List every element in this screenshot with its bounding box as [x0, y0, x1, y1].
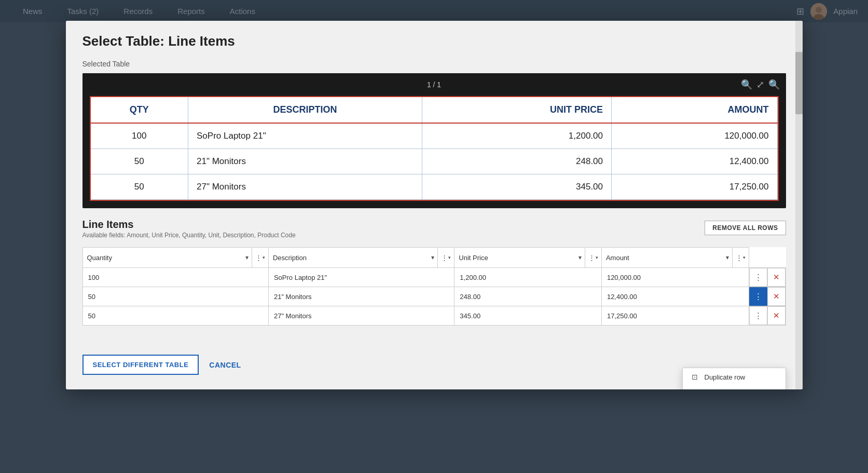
modal-header: Select Table: Line Items [66, 21, 803, 58]
input-amount-3[interactable] [602, 306, 749, 325]
modal-body: Selected Table 1 / 1 🔍 ⤢ 🔍 QTY [66, 58, 803, 346]
dots-icon: ⋮ [588, 254, 595, 262]
row-actions-3: ⋮ ✕ [749, 306, 786, 326]
cell-qty-3 [82, 306, 268, 326]
input-unitprice-3[interactable] [454, 306, 601, 325]
row-delete-btn-3[interactable]: ✕ [767, 306, 786, 325]
table-row: ⋮ ✕ [82, 287, 786, 306]
dots-icon: ⋮ [255, 254, 262, 262]
preview-controls: 🔍 ⤢ 🔍 [741, 79, 780, 90]
cell-qty-1 [82, 268, 268, 287]
input-qty-2[interactable] [83, 287, 268, 306]
row-delete-btn-2[interactable]: ✕ [767, 287, 786, 306]
fields-table: Quantity Description Unit Price Amount ⋮… [82, 247, 786, 326]
col-options-description[interactable]: ⋮ ▾ [437, 248, 454, 267]
page-indicator: 1 / 1 [427, 80, 441, 89]
preview-cell: 120,000.00 [612, 123, 777, 149]
preview-header-qty: QTY [91, 97, 188, 123]
table-row: 50 27" Monitors 345.00 17,250.00 [91, 174, 778, 200]
col-header-unitprice: Unit Price Quantity Description Amount ⋮… [454, 248, 602, 268]
col-select-unitprice[interactable]: Unit Price Quantity Description Amount [454, 248, 585, 267]
preview-header-unitprice: UNIT PRICE [422, 97, 611, 123]
cell-qty-2 [82, 287, 268, 306]
dots-icon: ⋮ [736, 254, 742, 262]
cell-unitprice-3 [454, 306, 602, 326]
cell-amount-1 [601, 268, 749, 287]
modal-overlay: Select Table: Line Items Selected Table … [0, 0, 868, 473]
chevron-down-icon: ▾ [448, 255, 451, 260]
row-delete-btn-1[interactable]: ✕ [767, 268, 786, 287]
chevron-down-icon: ▾ [263, 255, 265, 260]
row-options-btn-2[interactable]: ⋮ [749, 287, 767, 306]
table-row: 50 21" Monitors 248.00 12,400.00 [91, 149, 778, 174]
preview-table: QTY DESCRIPTION UNIT PRICE AMOUNT 100 So… [91, 97, 778, 200]
preview-cell: 50 [91, 149, 188, 174]
preview-cell: SoPro Laptop 21" [188, 123, 422, 149]
chevron-down-icon: ▾ [743, 255, 746, 260]
row-options-btn-3[interactable]: ⋮ [749, 306, 767, 325]
context-menu-duplicate[interactable]: ⊡ Duplicate row [683, 368, 786, 386]
input-qty-1[interactable] [83, 268, 268, 287]
cell-unitprice-2 [454, 287, 602, 306]
row-options-btn-1[interactable]: ⋮ [749, 268, 767, 287]
col-options-quantity[interactable]: ⋮ ▾ [252, 248, 268, 267]
preview-cell: 345.00 [422, 174, 611, 200]
zoom-out-icon[interactable]: 🔍 [741, 79, 752, 90]
col-select-quantity[interactable]: Quantity Description Unit Price Amount [83, 248, 252, 267]
input-unitprice-2[interactable] [454, 287, 601, 306]
duplicate-icon: ⊡ [690, 373, 699, 381]
preview-cell: 248.00 [422, 149, 611, 174]
col-select-amount[interactable]: Amount Quantity Description Unit Price [602, 248, 732, 267]
modal-scrollbar[interactable] [795, 21, 803, 389]
preview-cell: 21" Monitors [188, 149, 422, 174]
context-menu-insert-above[interactable]: ∧ Insert row above [683, 386, 786, 389]
preview-cell: 27" Monitors [188, 174, 422, 200]
modal-dialog: Select Table: Line Items Selected Table … [66, 21, 803, 389]
preview-table-wrapper: QTY DESCRIPTION UNIT PRICE AMOUNT 100 So… [90, 96, 779, 201]
zoom-in-icon[interactable]: 🔍 [768, 79, 780, 90]
col-options-unitprice[interactable]: ⋮ ▾ [585, 248, 601, 267]
chevron-down-icon: ▾ [596, 255, 598, 260]
input-desc-2[interactable] [269, 287, 454, 306]
table-row: ⋮ ✕ [82, 306, 786, 326]
cell-amount-3 [601, 306, 749, 326]
col-options-amount[interactable]: ⋮ ▾ [732, 248, 749, 267]
cell-desc-1 [268, 268, 454, 287]
cancel-button[interactable]: CANCEL [205, 356, 245, 374]
context-menu: ⊡ Duplicate row ∧ Insert row above ✓ Ins… [682, 368, 786, 389]
dots-icon: ⋮ [441, 254, 448, 262]
row-actions-1: ⋮ ✕ [749, 268, 786, 287]
cell-desc-3 [268, 306, 454, 326]
remove-all-button[interactable]: REMOVE ALL ROWS [705, 221, 786, 235]
lineitems-title-group: Line Items Available fields: Amount, Uni… [82, 219, 296, 245]
duplicate-row-label: Duplicate row [705, 373, 746, 381]
lineitems-title: Line Items [82, 219, 296, 231]
modal-title: Select Table: Line Items [82, 33, 786, 49]
available-fields-label: Available fields: Amount, Unit Price, Qu… [82, 232, 296, 239]
cell-unitprice-1 [454, 268, 602, 287]
scrollbar-thumb [795, 52, 803, 114]
preview-header-amount: AMOUNT [612, 97, 777, 123]
preview-cell: 1,200.00 [422, 123, 611, 149]
lineitems-header: Line Items Available fields: Amount, Uni… [82, 219, 786, 245]
cell-desc-2 [268, 287, 454, 306]
col-header-description: Description Quantity Unit Price Amount ⋮… [268, 248, 454, 268]
col-header-amount: Amount Quantity Description Unit Price ⋮… [601, 248, 749, 268]
preview-cell: 12,400.00 [612, 149, 777, 174]
input-unitprice-1[interactable] [454, 268, 601, 287]
input-desc-1[interactable] [269, 268, 454, 287]
preview-cell: 50 [91, 174, 188, 200]
table-row: 100 SoPro Laptop 21" 1,200.00 120,000.00 [91, 123, 778, 149]
expand-icon[interactable]: ⤢ [756, 79, 764, 90]
preview-cell: 100 [91, 123, 188, 149]
input-amount-2[interactable] [602, 287, 749, 306]
preview-cell: 17,250.00 [612, 174, 777, 200]
input-amount-1[interactable] [602, 268, 749, 287]
input-desc-3[interactable] [269, 306, 454, 325]
input-qty-3[interactable] [83, 306, 268, 325]
select-different-table-button[interactable]: SELECT DIFFERENT TABLE [82, 355, 199, 375]
table-row: ⋮ ✕ [82, 268, 786, 287]
preview-header-desc: DESCRIPTION [188, 97, 422, 123]
selected-table-label: Selected Table [82, 60, 786, 68]
col-select-description[interactable]: Description Quantity Unit Price Amount [269, 248, 437, 267]
